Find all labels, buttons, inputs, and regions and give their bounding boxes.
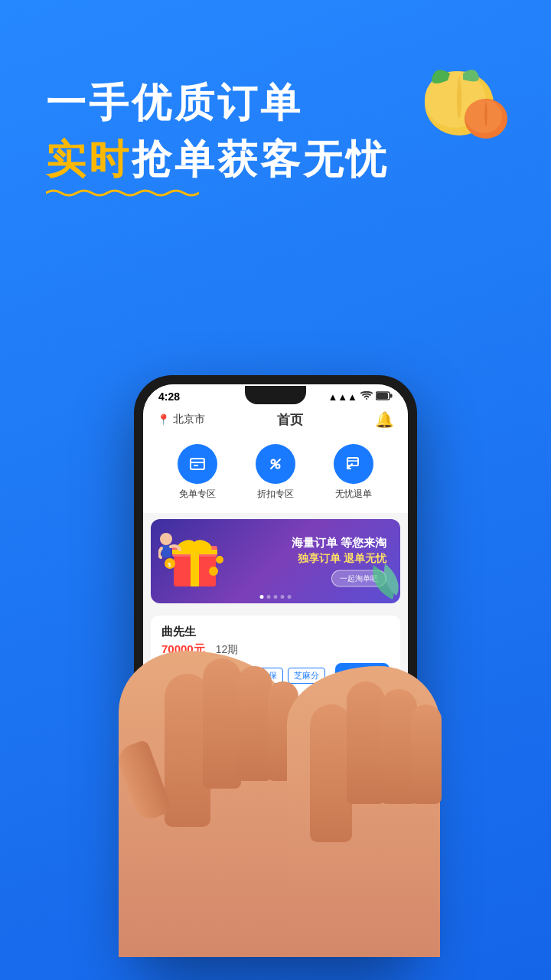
svg-rect-7 — [191, 459, 204, 469]
icon-return-order[interactable]: 无忧退单 — [334, 444, 373, 501]
svg-point-9 — [276, 465, 280, 469]
hero-line2: 实时抢单获客无忧 — [46, 133, 389, 187]
header-location[interactable]: 📍 北京市 — [157, 413, 205, 426]
deco-fruit — [413, 61, 513, 153]
loan-name: 曲先生 — [161, 625, 390, 639]
hero-highlight: 实时 — [46, 137, 132, 181]
hand-right — [287, 666, 440, 957]
svg-point-22 — [160, 533, 172, 545]
svg-rect-6 — [390, 394, 393, 397]
phone-mockup: 4:28 ▲▲▲ 📍 北京市 首页 🔔 — [134, 375, 417, 957]
battery-icon — [376, 391, 393, 403]
hero-line1: 一手优质订单 — [46, 77, 389, 130]
promo-banner[interactable]: $ 海量订单 等您来淘 独享订单 退单无忧 一起淘单吧 — [151, 519, 400, 603]
wavy-decoration — [46, 187, 389, 199]
icon-free-circle — [178, 444, 217, 484]
banner-dots — [260, 595, 292, 599]
icon-discount-circle — [256, 444, 295, 484]
location-pin-icon: 📍 — [157, 413, 170, 426]
banner-line1: 海量订单 等您来淘 — [292, 536, 386, 550]
header-title: 首页 — [277, 411, 303, 429]
svg-point-3 — [465, 100, 502, 133]
icon-free-label: 免单专区 — [179, 488, 216, 501]
status-time: 4:28 — [158, 390, 180, 403]
dot-4 — [281, 595, 285, 599]
icon-discount-label: 折扣专区 — [257, 488, 294, 501]
icon-discount-order[interactable]: 折扣专区 — [256, 444, 295, 501]
dot-3 — [274, 595, 278, 599]
svg-point-8 — [272, 460, 276, 464]
quick-icons-row: 免单专区 折扣专区 无忧退单 — [143, 436, 408, 513]
svg-text:$: $ — [168, 561, 171, 568]
wifi-icon — [360, 391, 373, 403]
status-icons: ▲▲▲ — [328, 391, 393, 403]
banner-figure: $ — [158, 519, 227, 603]
hero-text: 一手优质订单 实时抢单获客无忧 — [46, 77, 389, 199]
location-text: 北京市 — [173, 413, 205, 426]
svg-point-21 — [216, 556, 223, 564]
app-header: 📍 北京市 首页 🔔 — [143, 406, 408, 436]
svg-point-17 — [191, 542, 198, 550]
icon-free-order[interactable]: 免单专区 — [178, 444, 217, 501]
icon-return-label: 无忧退单 — [335, 488, 372, 501]
dot-1 — [260, 595, 264, 599]
svg-rect-5 — [377, 393, 388, 399]
icon-return-circle — [334, 444, 373, 484]
dot-2 — [267, 595, 271, 599]
svg-rect-10 — [347, 458, 358, 466]
hand-left — [119, 651, 287, 957]
signal-icon: ▲▲▲ — [328, 391, 357, 403]
bell-icon[interactable]: 🔔 — [375, 410, 394, 429]
dot-5 — [288, 595, 292, 599]
svg-point-20 — [209, 567, 218, 576]
